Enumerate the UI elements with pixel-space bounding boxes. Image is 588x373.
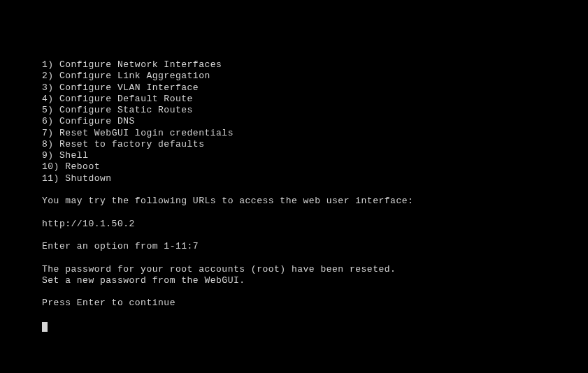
- menu-label: Configure Default Route: [59, 94, 193, 104]
- menu-num: 6): [42, 116, 54, 126]
- menu-item-11: 11) Shutdown: [42, 173, 588, 184]
- menu-item-8: 8) Reset to factory defaults: [42, 139, 588, 150]
- menu-label: Shutdown: [65, 173, 111, 184]
- menu-item-6: 6) Configure DNS: [42, 116, 588, 127]
- menu-item-1: 1) Configure Network Interfaces: [42, 59, 588, 71]
- menu-num: 5): [42, 105, 54, 115]
- menu-num: 4): [42, 94, 54, 104]
- url-hint-text: You may try the following URLs to access…: [42, 196, 588, 207]
- menu-item-9: 9) Shell: [42, 150, 588, 161]
- webgui-url: http://10.1.50.2: [42, 219, 588, 230]
- menu-label: Reboot: [65, 161, 100, 172]
- menu-label: Configure Link Aggregation: [59, 71, 210, 81]
- option-prompt-label: Enter an option from 1-11:: [42, 241, 193, 252]
- result-message-2: Set a new password from the WebGUI.: [42, 275, 588, 286]
- menu-item-5: 5) Configure Static Routes: [42, 105, 588, 116]
- menu-label: Configure DNS: [59, 116, 135, 126]
- menu-item-3: 3) Configure VLAN Interface: [42, 82, 588, 94]
- blank-line: [42, 207, 588, 218]
- menu-num: 9): [42, 150, 54, 161]
- blank-line: [42, 252, 588, 263]
- menu-item-7: 7) Reset WebGUI login credentials: [42, 128, 588, 139]
- menu-label: Configure Static Routes: [59, 105, 193, 115]
- menu-num: 2): [42, 71, 54, 81]
- blank-line: [42, 309, 588, 321]
- option-prompt-line[interactable]: Enter an option from 1-11: 7: [42, 241, 588, 252]
- cursor-icon: [42, 322, 48, 332]
- menu-label: Reset WebGUI login credentials: [59, 128, 234, 138]
- console-menu: 1) Configure Network Interfaces 2) Confi…: [42, 59, 588, 184]
- menu-item-10: 10) Reboot: [42, 161, 588, 173]
- continue-prompt[interactable]: Press Enter to continue: [42, 298, 588, 309]
- menu-item-2: 2) Configure Link Aggregation: [42, 71, 588, 82]
- menu-num: 11): [42, 173, 59, 184]
- blank-line: [42, 184, 588, 196]
- menu-item-4: 4) Configure Default Route: [42, 94, 588, 105]
- menu-label: Shell: [59, 150, 89, 161]
- blank-line: [42, 286, 588, 298]
- menu-num: 7): [42, 128, 54, 138]
- menu-num: 8): [42, 139, 54, 149]
- menu-label: Reset to factory defaults: [59, 139, 205, 149]
- menu-num: 10): [42, 161, 59, 172]
- option-prompt-value: 7: [193, 241, 199, 252]
- menu-num: 3): [42, 82, 54, 93]
- cursor-line[interactable]: [42, 321, 588, 335]
- menu-label: Configure VLAN Interface: [59, 82, 199, 93]
- blank-line: [42, 230, 588, 241]
- result-message-1: The password for your root accounts (roo…: [42, 264, 588, 275]
- menu-num: 1): [42, 59, 54, 70]
- menu-label: Configure Network Interfaces: [59, 59, 222, 70]
